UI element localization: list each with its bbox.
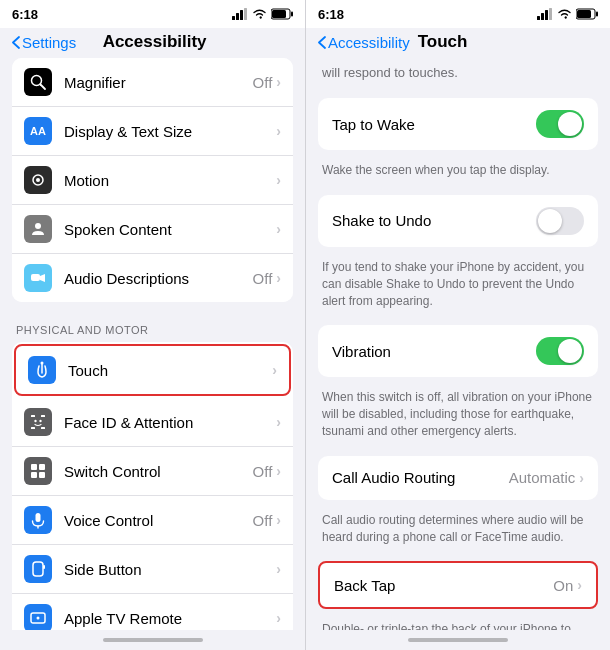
signal-icon <box>232 8 248 20</box>
vibration-thumb <box>558 339 582 363</box>
faceid-item[interactable]: Face ID & Attention › <box>12 398 293 447</box>
svg-rect-14 <box>31 415 35 417</box>
vibration-toggle[interactable] <box>536 337 584 365</box>
page-title-left: Accessibility <box>76 32 233 52</box>
tap-wake-item[interactable]: Tap to Wake <box>318 98 598 150</box>
vibration-item[interactable]: Vibration <box>318 325 598 377</box>
call-audio-chevron: › <box>579 470 584 486</box>
left-panel: 6:18 <box>0 0 305 650</box>
nav-bar-right: Accessibility Touch <box>306 28 610 58</box>
svg-point-29 <box>37 617 40 620</box>
touch-item[interactable]: Touch › <box>14 344 291 396</box>
status-time-right: 6:18 <box>318 7 344 22</box>
svg-rect-20 <box>31 464 37 470</box>
home-indicator-left <box>103 638 203 642</box>
display-item[interactable]: AA Display & Text Size › <box>12 107 293 156</box>
voice-chevron: › <box>276 512 281 528</box>
svg-rect-27 <box>43 565 45 569</box>
back-label-right: Accessibility <box>328 34 410 51</box>
tap-wake-label: Tap to Wake <box>332 116 536 133</box>
spoken-item[interactable]: Spoken Content › <box>12 205 293 254</box>
voice-item[interactable]: Voice Control Off › <box>12 496 293 545</box>
shake-undo-label: Shake to Undo <box>332 212 536 229</box>
motion-item[interactable]: Motion › <box>12 156 293 205</box>
svg-rect-26 <box>33 562 43 576</box>
call-audio-desc: Call audio routing determines where audi… <box>306 508 610 554</box>
svg-rect-6 <box>291 12 293 17</box>
svg-rect-35 <box>577 10 591 18</box>
audio-chevron: › <box>276 270 281 286</box>
spoken-label: Spoken Content <box>64 221 276 238</box>
appletv-icon <box>24 604 52 630</box>
magnifier-value: Off <box>253 74 273 91</box>
audio-item[interactable]: Audio Descriptions Off › <box>12 254 293 302</box>
touch-label: Touch <box>68 362 272 379</box>
spoken-chevron: › <box>276 221 281 237</box>
appletv-item[interactable]: Apple TV Remote › <box>12 594 293 630</box>
switch-value: Off <box>253 463 273 480</box>
appletv-label: Apple TV Remote <box>64 610 276 627</box>
shake-undo-toggle[interactable] <box>536 207 584 235</box>
right-panel: 6:18 Accessibi <box>305 0 610 650</box>
audio-icon <box>24 264 52 292</box>
battery-icon <box>271 8 293 20</box>
side-item[interactable]: Side Button › <box>12 545 293 594</box>
nav-bar-left: Settings Accessibility <box>0 28 305 58</box>
signal-icon-right <box>537 8 553 20</box>
svg-rect-1 <box>236 13 239 20</box>
magnifier-chevron: › <box>276 74 281 90</box>
status-icons-left <box>232 8 293 20</box>
tap-wake-group: Tap to Wake <box>318 98 598 150</box>
shake-undo-group: Shake to Undo <box>318 195 598 247</box>
status-bar-right: 6:18 <box>306 0 610 28</box>
shake-undo-item[interactable]: Shake to Undo <box>318 195 598 247</box>
appletv-chevron: › <box>276 610 281 626</box>
svg-rect-32 <box>545 10 548 20</box>
physical-group: Touch › Face ID & Attention › <box>12 342 293 630</box>
status-bar-left: 6:18 <box>0 0 305 28</box>
spoken-icon <box>24 215 52 243</box>
status-time-left: 6:18 <box>12 7 38 22</box>
svg-rect-23 <box>39 472 45 478</box>
svg-point-13 <box>41 362 44 365</box>
status-icons-right <box>537 8 598 20</box>
svg-rect-12 <box>31 274 40 281</box>
display-icon: AA <box>24 117 52 145</box>
switch-item[interactable]: Switch Control Off › <box>12 447 293 496</box>
svg-line-8 <box>41 85 46 90</box>
shake-undo-desc: If you tend to shake your iPhone by acci… <box>306 255 610 317</box>
home-indicator-right <box>408 638 508 642</box>
back-button-right[interactable]: Accessibility <box>318 34 410 51</box>
svg-point-10 <box>36 178 40 182</box>
svg-rect-22 <box>31 472 37 478</box>
svg-rect-5 <box>272 10 286 18</box>
call-audio-item[interactable]: Call Audio Routing Automatic › <box>318 456 598 500</box>
magnifier-label: Magnifier <box>64 74 253 91</box>
switch-label: Switch Control <box>64 463 253 480</box>
wifi-icon <box>252 8 267 20</box>
back-tap-row[interactable]: Back Tap On › <box>318 561 598 609</box>
magnifier-item[interactable]: Magnifier Off › <box>12 58 293 107</box>
back-button-left[interactable]: Settings <box>12 34 76 51</box>
svg-rect-16 <box>31 427 35 429</box>
svg-rect-0 <box>232 16 235 20</box>
switch-icon <box>24 457 52 485</box>
svg-rect-31 <box>541 13 544 20</box>
svg-rect-15 <box>41 415 45 417</box>
svg-rect-24 <box>36 513 41 522</box>
svg-rect-2 <box>240 10 243 20</box>
side-icon <box>24 555 52 583</box>
call-audio-value: Automatic <box>509 469 576 486</box>
back-tap-item[interactable]: Back Tap On › <box>320 563 596 607</box>
svg-point-19 <box>39 420 41 422</box>
physical-motor-header: PHYSICAL AND MOTOR <box>0 310 305 342</box>
faceid-icon <box>24 408 52 436</box>
display-chevron: › <box>276 123 281 139</box>
tap-wake-toggle[interactable] <box>536 110 584 138</box>
svg-rect-30 <box>537 16 540 20</box>
motion-chevron: › <box>276 172 281 188</box>
top-description: will respond to touches. <box>306 58 610 90</box>
right-content: will respond to touches. Tap to Wake Wak… <box>306 58 610 630</box>
svg-rect-21 <box>39 464 45 470</box>
home-bar-left <box>0 630 305 650</box>
